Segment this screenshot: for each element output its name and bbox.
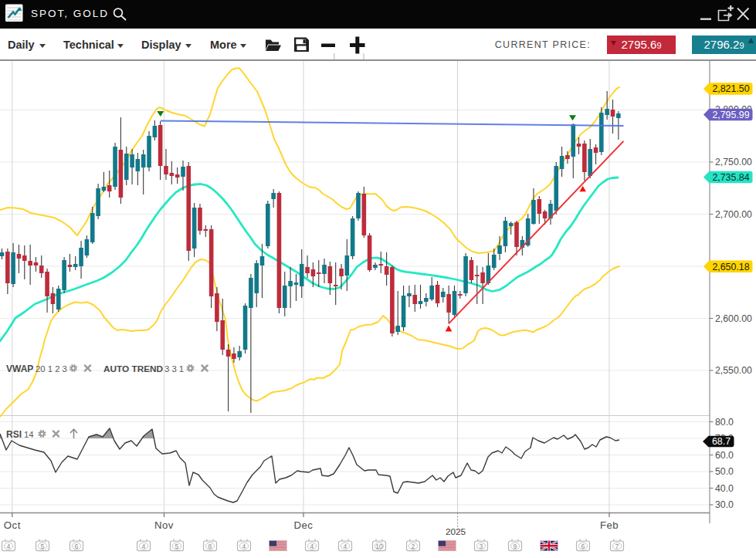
svg-text:10: 10: [375, 543, 383, 550]
svg-text:2025: 2025: [446, 526, 466, 537]
svg-text:VWAP: VWAP: [6, 364, 33, 374]
svg-text:4: 4: [142, 543, 146, 550]
svg-text:2,750.00: 2,750.00: [715, 157, 752, 167]
svg-text:Oct: Oct: [4, 519, 21, 531]
svg-text:2,600.00: 2,600.00: [715, 313, 752, 324]
svg-text:2: 2: [412, 543, 415, 550]
svg-text:20 1 2 3: 20 1 2 3: [36, 364, 67, 374]
svg-text:AUTO TREND: AUTO TREND: [103, 364, 164, 374]
svg-text:4: 4: [242, 543, 246, 550]
svg-text:2,821.50: 2,821.50: [712, 83, 749, 94]
svg-text:2,735.84: 2,735.84: [712, 172, 749, 183]
svg-text:2,700.00: 2,700.00: [715, 209, 752, 220]
svg-text:5: 5: [175, 543, 179, 550]
svg-text:8: 8: [208, 543, 212, 550]
svg-text:6: 6: [581, 543, 585, 550]
svg-text:68.7: 68.7: [712, 436, 731, 447]
svg-text:2,550.00: 2,550.00: [715, 365, 752, 376]
svg-text:2,795.99: 2,795.99: [712, 110, 749, 120]
svg-text:Feb: Feb: [600, 519, 619, 531]
svg-text:4: 4: [310, 543, 314, 550]
svg-text:4: 4: [344, 543, 347, 550]
svg-text:3: 3: [480, 543, 483, 550]
svg-text:2,650.18: 2,650.18: [712, 262, 749, 272]
svg-text:30.0: 30.0: [715, 499, 734, 510]
svg-text:50.0: 50.0: [715, 466, 734, 477]
svg-text:5: 5: [41, 543, 45, 550]
svg-text:40.0: 40.0: [715, 483, 734, 494]
svg-text:RSI: RSI: [6, 429, 22, 440]
svg-text:6: 6: [75, 543, 79, 550]
svg-text:14: 14: [24, 430, 34, 439]
svg-text:80.0: 80.0: [715, 417, 734, 428]
svg-text:Dec: Dec: [294, 519, 314, 531]
svg-text:60.0: 60.0: [715, 450, 734, 461]
svg-text:4: 4: [7, 543, 11, 550]
svg-text:3 3 1: 3 3 1: [164, 364, 184, 374]
svg-text:9: 9: [514, 543, 517, 550]
svg-text:Nov: Nov: [154, 519, 174, 531]
svg-text:7: 7: [615, 543, 619, 550]
